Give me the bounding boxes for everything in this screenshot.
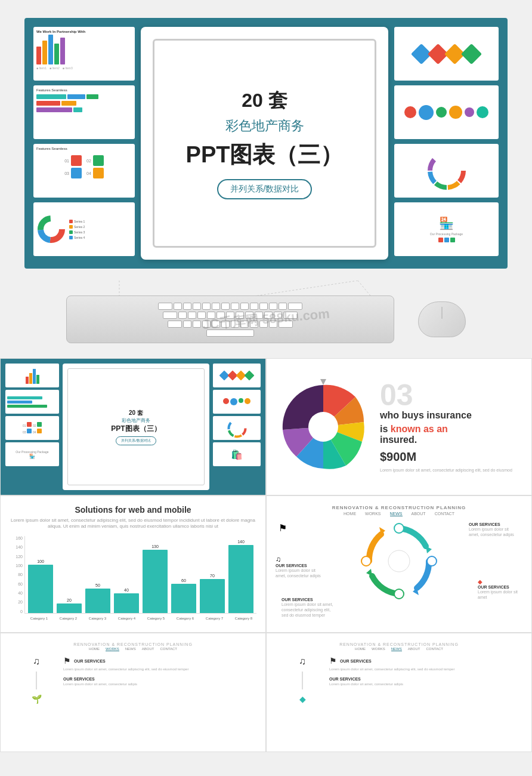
svg-point-23 (427, 556, 437, 566)
right-thumbnails: 🏪 Our Processing Package (394, 27, 499, 260)
svg-point-25 (361, 556, 371, 566)
planning6-nav-contact[interactable]: CONTACT (426, 647, 443, 651)
flag-icon: ⚑ (279, 522, 287, 534)
mini-thumb-2 (5, 390, 59, 414)
mini-rthumb-1 (213, 364, 261, 387)
key-esc (158, 303, 172, 310)
thumb1-label: We Work In Partnership With (36, 30, 132, 33)
svg-point-15 (308, 412, 338, 442)
mini-title-num: 20 套 (129, 409, 143, 417)
insurance-highlight: known as an (391, 424, 448, 434)
service-left: ♫ OUR SERVICES Lorem ipsum dolor sit ame… (276, 555, 323, 578)
planning6-nav-home[interactable]: HOME (355, 647, 366, 651)
thumb2-bars (36, 94, 132, 112)
rthumb4: 🏪 Our Processing Package (394, 202, 499, 256)
bar-group: 60 (171, 578, 196, 613)
cycle-nav-works[interactable]: WORKS (365, 512, 381, 516)
svg-point-24 (394, 589, 404, 599)
bar-label: Category 8 (231, 617, 256, 620)
insurance-text-block: 03 who buys insurance is known as an ins… (380, 380, 522, 473)
center-ppt: PPT图表（三） (186, 140, 344, 170)
cycle-chart-wrapper: OUR SERVICES Lorem ipsum dolor sit amet,… (276, 522, 522, 618)
bar-label: Category 6 (172, 617, 198, 620)
insurance-amount: $900M (380, 450, 522, 464)
mini-right-thumbs: 🛍️ (213, 364, 261, 490)
service-bottom-left: OUR SERVICES Lorem ipsum dolor sit amet,… (282, 598, 335, 618)
svg-point-5 (430, 154, 463, 187)
planning5-service2-title: OUR SERVICES (63, 677, 250, 681)
planning6-service2-title: OUR SERVICES (329, 677, 516, 681)
mini-rthumb-2 (213, 390, 261, 414)
svg-point-22 (394, 524, 404, 533)
thumb1-legend: ■ Item1 ■ Item2 ■ Item3 (36, 66, 132, 70)
planning5-header: RENNOVATION & RECONSTRUCTION PLANNING (10, 642, 256, 646)
planning5-icons: ♫ 🌱 (16, 656, 57, 704)
center-badge: 并列关系/数据对比 (217, 179, 313, 199)
bar-label: Category 7 (202, 617, 227, 620)
mini-center-card: 20 套 彩色地产商务 PPT图表（三） 并列关系/数据对比 (63, 364, 209, 490)
rthumb3-cycle (426, 150, 468, 192)
planning6-service2-desc: Lorem ipsum dolor sit amet, consectetur … (329, 682, 516, 687)
cycle-nav-news[interactable]: NEWS (390, 512, 403, 516)
planning6-nav-news[interactable]: NEWS (391, 647, 402, 651)
thumb-pie: Series 1 Series 2 Series 3 Series 4 (33, 202, 135, 256)
rthumb2-content (404, 105, 488, 120)
cell-cycle: RENNOVATION & RECONSTRUCTION PLANNING HO… (266, 495, 532, 633)
mouse (418, 301, 466, 337)
planning5-services: ⚑ OUR SERVICES Lorem ipsum dolor sit ame… (63, 656, 250, 704)
insurance-tagline3: insured. (380, 435, 522, 445)
bar-group: 50 (85, 583, 110, 613)
svg-marker-19 (366, 569, 372, 576)
cycle-nav-contact[interactable]: CONTACT (435, 512, 454, 516)
mini-title-ppt: PPT图表（三） (111, 424, 160, 434)
service-top-right: OUR SERVICES Lorem ipsum dolor sit amet,… (469, 522, 516, 537)
keyboard-row-3 (168, 321, 293, 328)
thumb2-label: Features Seamless (36, 88, 132, 92)
thumb3-puzzle: 01 03 02 04 (36, 155, 132, 178)
rthumb1-content (414, 47, 479, 61)
thumb-puzzle: Features Seamless 01 03 (33, 144, 135, 198)
keyboard-section: JC千库网 588ku.com (0, 281, 532, 358)
rthumb4-content: 🏪 Our Processing Package (430, 216, 463, 242)
planning5-nav-contact[interactable]: CONTACT (160, 647, 177, 651)
keyboard-row-4 (206, 330, 254, 337)
thumb3-label: Features Seamless (36, 147, 132, 150)
cycle-nav-about[interactable]: ABOUT (412, 512, 426, 516)
bar-group: 70 (200, 574, 225, 613)
bar-label: Category 4 (114, 617, 140, 620)
planning6-service-title: OUR SERVICES (340, 659, 372, 663)
planning5-nav-news[interactable]: NEWS (125, 647, 136, 651)
insurance-big-num: 03 (380, 380, 522, 410)
planning6-nav-works[interactable]: WORKS (372, 647, 385, 651)
cell-insurance: 03 who buys insurance is known as an ins… (266, 358, 532, 495)
planning5-nav-works[interactable]: WORKS (106, 647, 119, 651)
insurance-desc: Lorem ipsum dolor sit amet, consectetur … (380, 467, 522, 473)
pie-chart (276, 379, 371, 475)
planning6-nav: HOME WORKS NEWS ABOUT CONTACT (276, 647, 522, 651)
bar-group: 40 (114, 588, 139, 613)
svg-point-3 (430, 154, 463, 187)
center-card: 20 套 彩色地产商务 PPT图表（三） 并列关系/数据对比 (141, 27, 388, 260)
planning6-icons: ♫ ◆ (282, 656, 323, 704)
planning5-nav: HOME WORKS NEWS ABOUT CONTACT (10, 647, 256, 651)
center-num: 20 套 (242, 88, 287, 114)
teal-icon-6: ◆ (299, 694, 306, 704)
planning5-nav-home[interactable]: HOME (89, 647, 100, 651)
planning6-nav-about[interactable]: ABOUT (408, 647, 420, 651)
bar-group: 100 (28, 559, 53, 613)
planning5-service2-desc: Lorem ipsum dolor sit amet, consectetur … (63, 682, 250, 687)
bar-label: Category 2 (55, 617, 81, 620)
planning5-nav-about[interactable]: ABOUT (142, 647, 154, 651)
svg-point-21 (388, 550, 410, 572)
keyboard-row-1 (158, 303, 302, 310)
cycle-nav-home[interactable]: HOME (344, 512, 356, 516)
keyboard-row-2 (163, 312, 298, 319)
center-cn: 彩色地产商务 (225, 117, 304, 135)
svg-point-4 (430, 154, 463, 187)
cycle-svg (360, 522, 438, 600)
bar-group: 20 (57, 598, 82, 613)
divider-line-5 (36, 672, 37, 689)
service-bottom-right: ◆ OUR SERVICES Lorem ipsum dolor sit ame… (478, 578, 519, 600)
planning6-header: RENNOVATION & RECONSTRUCTION PLANNING (276, 642, 522, 646)
main-preview: We Work In Partnership With ■ Item1 ■ It… (24, 18, 508, 269)
